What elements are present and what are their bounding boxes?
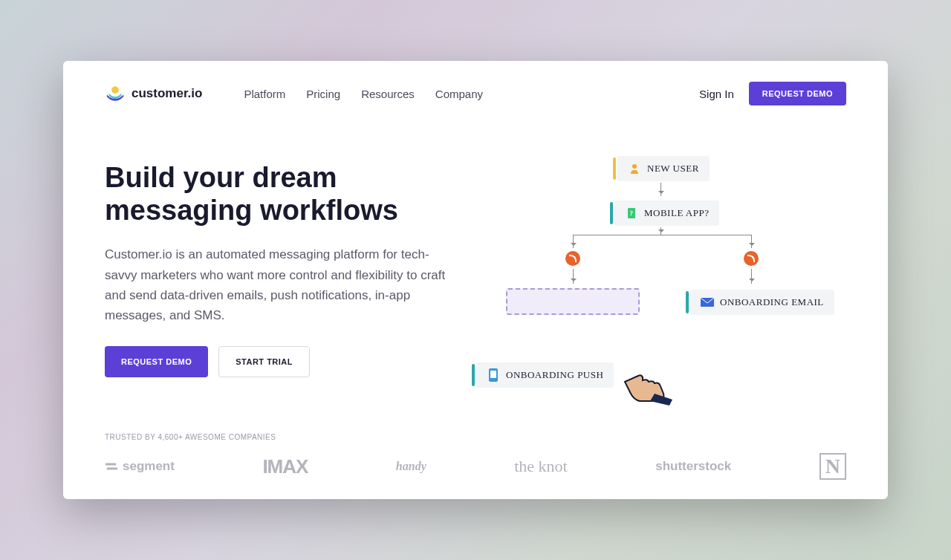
node-mobile-app-label: MOBILE APP? (644, 207, 709, 219)
connector-line (573, 235, 574, 248)
user-icon (628, 162, 641, 175)
svg-text:?: ? (630, 209, 634, 217)
mobile-icon (487, 368, 500, 382)
node-onboarding-email-label: ONBOARDING EMAIL (720, 296, 824, 308)
header-right: Sign In REQUEST DEMO (699, 82, 846, 105)
hero: Build your dream messaging workflows Cus… (105, 162, 846, 429)
node-mobile-app: ? MOBILE APP? (614, 201, 719, 226)
headline: Build your dream messaging workflows (105, 162, 454, 227)
header: customer.io Platform Pricing Resources C… (105, 82, 846, 105)
question-icon: ? (625, 206, 638, 220)
arrow-icon (573, 269, 574, 284)
request-demo-button-header[interactable]: REQUEST DEMO (749, 82, 846, 105)
node-new-user-label: NEW USER (647, 163, 699, 175)
subhead: Customer.io is an automated messaging pl… (105, 244, 454, 325)
nav-pricing[interactable]: Pricing (306, 88, 340, 100)
logo-segment: segment (105, 459, 175, 474)
page-card: customer.io Platform Pricing Resources C… (63, 61, 888, 499)
logo-icon (105, 83, 126, 104)
brand-logo[interactable]: customer.io (105, 83, 202, 104)
nav-platform[interactable]: Platform (244, 88, 285, 100)
trusted-section: TRUSTED BY 4,600+ AWESOME COMPANIES segm… (105, 433, 846, 480)
connector-line (573, 235, 751, 235)
company-logos: segment IMAX handy the knot shutterstock… (105, 453, 846, 480)
pointing-hand-icon (617, 361, 677, 406)
timer-icon (565, 251, 580, 266)
logo-imax: IMAX (262, 455, 308, 478)
placeholder-drop-target[interactable] (506, 288, 640, 315)
start-trial-button[interactable]: START TRIAL (218, 346, 310, 377)
node-onboarding-push[interactable]: ONBOARDING PUSH (476, 362, 614, 388)
node-onboarding-push-label: ONBOARDING PUSH (506, 369, 603, 381)
workflow-diagram: NEW USER ? MOBILE APP? (484, 162, 846, 429)
nav-company[interactable]: Company (435, 88, 483, 100)
headline-line2: messaging workflows (105, 195, 398, 227)
connector-line (660, 227, 661, 235)
email-icon (701, 296, 714, 309)
svg-point-0 (111, 86, 119, 94)
signin-link[interactable]: Sign In (699, 88, 734, 100)
timer-icon (744, 251, 759, 266)
logo-notion: N (819, 453, 846, 480)
logo-handy: handy (396, 460, 426, 473)
trusted-label: TRUSTED BY 4,600+ AWESOME COMPANIES (105, 433, 846, 441)
node-onboarding-email: ONBOARDING EMAIL (690, 290, 834, 315)
nav-resources[interactable]: Resources (361, 88, 415, 100)
node-new-user: NEW USER (617, 156, 710, 181)
arrow-icon (751, 269, 752, 284)
hero-copy: Build your dream messaging workflows Cus… (105, 162, 454, 429)
request-demo-button[interactable]: REQUEST DEMO (105, 346, 208, 377)
arrow-icon (660, 183, 661, 196)
logo-theknot: the knot (514, 457, 568, 476)
connector-line (751, 235, 752, 248)
svg-point-1 (632, 164, 637, 169)
cta-row: REQUEST DEMO START TRIAL (105, 346, 454, 377)
main-nav: Platform Pricing Resources Company (244, 88, 483, 100)
brand-name: customer.io (132, 86, 202, 101)
headline-line1: Build your dream (105, 162, 337, 193)
svg-rect-6 (490, 371, 496, 378)
logo-shutterstock: shutterstock (655, 459, 731, 474)
